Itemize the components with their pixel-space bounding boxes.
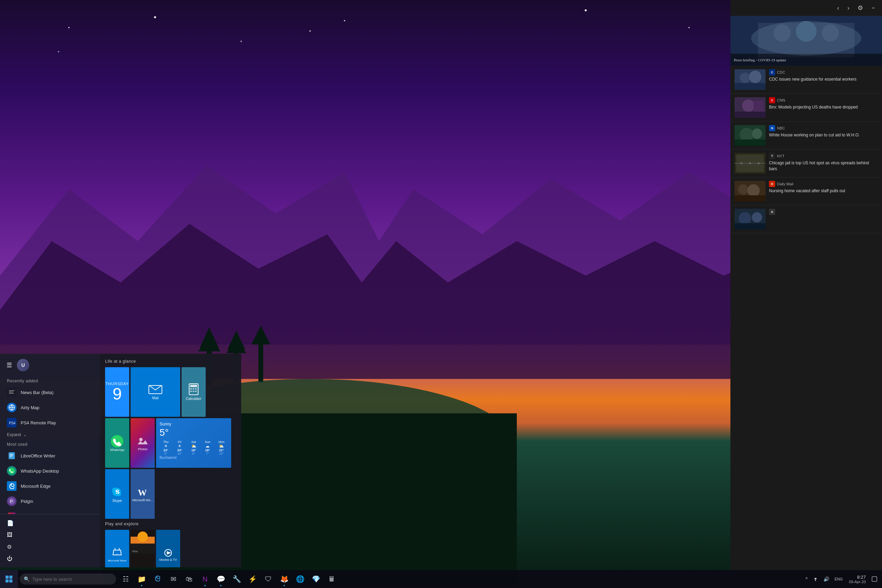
app-icon-libreoffice	[7, 451, 16, 460]
app-name-edge: Microsoft Edge	[21, 484, 51, 489]
svg-point-3	[240, 40, 242, 42]
bottom-item-documents[interactable]: 📄	[0, 517, 100, 529]
tile-photos[interactable]: Photos	[130, 418, 155, 468]
start-left-bottom: 📄 🖼 ⚙ ⏻	[0, 514, 100, 567]
app-item-newsbar[interactable]: News Bar (Beta)	[0, 385, 100, 400]
news-hero-image[interactable]: Press briefing - COVID-19 update	[730, 16, 882, 66]
taskbar-app-extra3[interactable]: 🌐	[292, 571, 308, 587]
news-item-chicago[interactable]: T NYT Chicago jail is top US hot spot as…	[730, 150, 882, 177]
tile-word[interactable]: W Microsoft Wo...	[130, 469, 155, 519]
forecast-thu-high: 22°	[159, 448, 172, 452]
svg-rect-62	[10, 455, 13, 456]
tile-skype[interactable]: Skype	[105, 469, 129, 519]
svg-rect-61	[10, 454, 13, 455]
svg-text:W: W	[138, 488, 147, 498]
taskbar-app-edge[interactable]	[150, 571, 165, 587]
tile-mail-label: Mail	[152, 396, 159, 400]
news-item-birx[interactable]: C CNN Birx: Models projecting US deaths …	[730, 94, 882, 122]
svg-point-43	[740, 162, 742, 164]
show-hidden-icon[interactable]: ^	[804, 575, 810, 583]
user-avatar[interactable]: U	[17, 359, 29, 371]
firefox-taskbar-icon: 🦊	[280, 575, 289, 583]
svg-rect-31	[735, 83, 765, 90]
news-title-whitehouse: White House working on plan to cut aid t…	[769, 132, 878, 138]
app-item-ps4remote[interactable]: PS4 PS4 Remote Play	[0, 415, 100, 430]
svg-rect-92	[193, 388, 194, 390]
taskbar-app-store[interactable]: 🛍	[181, 571, 197, 587]
tile-calendar[interactable]: Thursday 9	[105, 367, 129, 417]
news-item-extra[interactable]: A	[730, 205, 882, 233]
taskbar-app-mail[interactable]: ✉	[165, 571, 181, 587]
news-text-whitehouse: N NBC White House working on plan to cut…	[769, 125, 878, 138]
keyboard-layout[interactable]: ENG	[833, 576, 844, 582]
app-item-whatsapp[interactable]: WhatsApp Desktop	[0, 463, 100, 478]
news-source-name-chicago: NYT	[777, 154, 784, 158]
volume-icon[interactable]: 🔊	[822, 575, 831, 583]
taskbar-app-firefox[interactable]: 🦊	[276, 571, 292, 587]
search-input[interactable]	[32, 577, 101, 582]
taskbar-search-box[interactable]: 🔍	[20, 573, 116, 585]
taskbar-start-button[interactable]	[0, 570, 18, 588]
bottom-item-settings[interactable]: ⚙	[0, 541, 100, 553]
tiles-row-1: Thursday 9 Mail Calculator	[105, 367, 236, 417]
expand-label: Expand	[7, 432, 21, 437]
news-next-button[interactable]: ›	[844, 3, 852, 13]
news-text-cdc: C CDC CDC issues new guidance for essent…	[769, 69, 878, 82]
bottom-item-power[interactable]: ⏻	[0, 553, 100, 565]
app-item-photos[interactable]: Photos	[0, 509, 100, 514]
start-menu-right: Life at a glance Thursday 9 Mail Calcula…	[100, 354, 241, 567]
start-left-content: Recently added News Bar (Beta) Airly Map…	[0, 374, 100, 514]
app-item-edge[interactable]: Microsoft Edge	[0, 478, 100, 494]
taskbar-task-view[interactable]: ☷	[118, 571, 134, 587]
svg-point-8	[309, 30, 311, 32]
taskbar-app-shield[interactable]: 🛡	[261, 571, 276, 587]
tile-calculator-label: Calculator	[186, 397, 201, 401]
taskbar-app-extra1[interactable]: 🔧	[229, 571, 244, 587]
tiles-section-play: Play and explore	[105, 522, 236, 526]
whatsapp-taskbar-icon: 💬	[217, 575, 225, 583]
tile-spotify[interactable]: Rise Spotify ●	[130, 530, 155, 567]
taskbar-app-fileexplorer[interactable]: 📁	[134, 571, 150, 587]
svg-marker-111	[167, 551, 171, 555]
forecast-thu-icon: ☀	[159, 444, 172, 448]
news-item-cdc[interactable]: C CDC CDC issues new guidance for essent…	[730, 66, 882, 94]
svg-point-30	[749, 70, 761, 83]
taskbar-app-whatsapp[interactable]: 💬	[213, 571, 229, 587]
notification-icon[interactable]	[870, 575, 879, 583]
news-thumb-chicago	[735, 153, 765, 174]
news-minimize-button[interactable]: −	[868, 3, 878, 13]
forecast-sat-high: 18°	[188, 448, 200, 452]
clock-display[interactable]: 8:27 09-Apr-20	[846, 574, 868, 584]
bottom-item-pictures[interactable]: 🖼	[0, 529, 100, 541]
taskbar-app-onenote[interactable]: N	[197, 571, 213, 587]
tile-calculator[interactable]: Calculator	[182, 367, 206, 417]
tile-msstore[interactable]: Microsoft Store	[105, 530, 129, 567]
forecast-sat-icon: ⛅	[188, 444, 200, 448]
news-item-nursing[interactable]: D Daily Mail Nursing home vacated after …	[730, 177, 882, 205]
tile-moviestv[interactable]: Movies & TV	[156, 530, 180, 567]
forecast-sat-low: 8°	[188, 452, 200, 455]
news-prev-button[interactable]: ‹	[834, 3, 842, 13]
app-item-libreoffice[interactable]: LibreOffice Writer	[0, 448, 100, 463]
tile-weather[interactable]: Sunny 5° Thu ☀ 22° 5° Fri ☀ 23°	[156, 418, 231, 468]
documents-icon: 📄	[7, 520, 14, 526]
weather-condition: Sunny	[159, 422, 228, 426]
windows-logo-icon	[6, 576, 12, 582]
news-settings-button[interactable]: ⚙	[855, 3, 866, 13]
network-icon[interactable]	[811, 575, 820, 584]
expand-button[interactable]: Expand ⌄	[0, 430, 100, 439]
svg-point-23	[774, 24, 791, 42]
tile-whatsapp[interactable]: WhatsApp	[105, 418, 129, 468]
taskbar-app-calc[interactable]: 🖩	[324, 571, 340, 587]
tile-mail[interactable]: Mail	[130, 367, 180, 417]
svg-rect-93	[195, 388, 197, 390]
taskbar-app-extra4[interactable]: 💎	[308, 571, 324, 587]
svg-point-24	[796, 21, 816, 42]
app-item-pidgin[interactable]: P Pidgin	[0, 494, 100, 509]
news-item-whitehouse[interactable]: N NBC White House working on plan to cut…	[730, 122, 882, 150]
taskbar-app-extra2[interactable]: ⚡	[244, 571, 261, 587]
store-taskbar-icon: 🛍	[186, 575, 193, 583]
extra2-taskbar-icon: ⚡	[248, 575, 257, 583]
app-item-airly[interactable]: Airly Map	[0, 400, 100, 415]
hamburger-icon[interactable]: ☰	[5, 360, 14, 370]
